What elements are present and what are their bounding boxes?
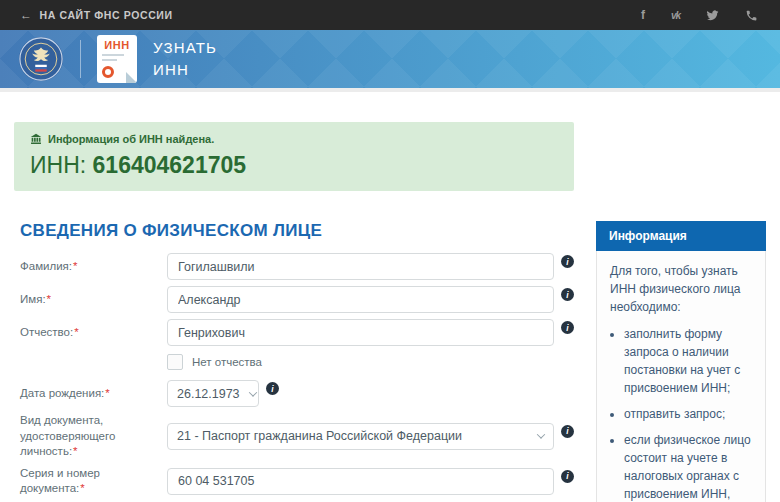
fns-emblem-logo[interactable] [18,36,64,82]
sidebar-intro: Для того, чтобы узнать ИНН физического л… [610,262,752,316]
sidebar-steps-list: заполнить форму запроса о наличии постан… [610,325,752,502]
birth-date-label: Дата рождения:* [20,386,167,402]
inn-badge-text: ИНН [102,39,132,51]
sidebar-title: Информация [596,221,766,251]
doc-number-input[interactable] [167,468,554,495]
list-item: отправить запрос; [624,405,752,423]
field-row-doc-number: Серия и номер документа:* i [20,466,574,497]
back-arrow-icon: ← [20,8,33,22]
service-title-line2: ИНН [153,61,189,78]
building-icon [30,133,42,145]
required-mark: * [73,260,77,272]
service-title: УЗНАТЬ ИНН [153,37,217,81]
field-row-surname: Фамилия:* i [20,253,574,280]
info-icon[interactable]: i [561,321,574,334]
social-links: f vk [641,8,760,22]
phone-icon[interactable] [745,9,758,22]
birth-date-value: 26.12.1973 [177,387,240,401]
required-mark: * [73,445,77,457]
header-divider [80,40,81,78]
info-icon[interactable]: i [561,470,574,483]
site-header: ИНН УЗНАТЬ ИНН [0,30,780,92]
back-to-fns-link[interactable]: ← НА САЙТ ФНС РОССИИ [20,8,173,22]
inn-result-line: ИНН: 616404621705 [30,152,558,179]
service-title-line1: УЗНАТЬ [153,39,217,56]
vk-icon[interactable]: vk [671,10,680,21]
birth-date-select[interactable]: 26.12.1973 [167,380,259,407]
result-alert: Информация об ИНН найдена. ИНН: 61640462… [14,122,574,191]
field-row-patronymic: Отчество:* i [20,319,574,346]
patronymic-label: Отчество:* [20,325,167,341]
chevron-down-icon [248,388,256,396]
field-row-doc-type: Вид документа,удостоверяющего личность:*… [20,413,574,460]
surname-label: Фамилия:* [20,259,167,275]
alert-status-line: Информация об ИНН найдена. [30,133,558,145]
sidebar-body: Для того, чтобы узнать ИНН физического л… [596,251,766,502]
info-icon[interactable]: i [561,288,574,301]
info-sidebar: Информация Для того, чтобы узнать ИНН фи… [596,221,766,502]
back-link-label: НА САЙТ ФНС РОССИИ [40,9,173,21]
name-label: Имя:* [20,292,167,308]
info-icon[interactable]: i [561,425,574,438]
required-mark: * [47,293,51,305]
doc-type-select[interactable]: 21 - Паспорт гражданина Российской Федер… [167,423,554,450]
uznat-inn-page: ← НА САЙТ ФНС РОССИИ f vk ИНН [0,0,780,502]
topbar: ← НА САЙТ ФНС РОССИИ f vk [0,0,780,30]
inn-value: 616404621705 [93,152,247,178]
name-input[interactable] [167,286,554,313]
facebook-icon[interactable]: f [641,8,645,22]
chevron-down-icon [537,431,545,439]
doc-number-label: Серия и номер документа:* [20,466,167,497]
doc-type-value: 21 - Паспорт гражданина Российской Федер… [177,429,462,443]
doc-type-label: Вид документа,удостоверяющего личность:* [20,413,167,460]
required-mark: * [105,387,109,399]
no-patronymic-label: Нет отчества [192,356,262,368]
surname-input[interactable] [167,253,554,280]
inn-label: ИНН: [30,152,86,178]
info-icon[interactable]: i [561,255,574,268]
alert-status-text: Информация об ИНН найдена. [48,133,214,145]
twitter-icon[interactable] [706,9,719,22]
required-mark: * [80,482,84,494]
person-details-form: СВЕДЕНИЯ О ФИЗИЧЕСКОМ ЛИЦЕ Фамилия:* i И… [14,221,574,502]
no-patronymic-checkbox[interactable] [167,354,183,370]
no-patronymic-row: Нет отчества [20,354,574,370]
required-mark: * [74,326,78,338]
list-item: заполнить форму запроса о наличии постан… [624,325,752,397]
folded-corner [126,72,137,83]
inn-document-icon[interactable]: ИНН [97,35,137,83]
field-row-name: Имя:* i [20,286,574,313]
field-row-birth-date: Дата рождения:* 26.12.1973 i [20,380,574,407]
stamp-circle-icon [102,66,114,78]
form-section-title: СВЕДЕНИЯ О ФИЗИЧЕСКОМ ЛИЦЕ [20,221,574,241]
info-icon[interactable]: i [266,382,279,395]
main-content: Информация об ИНН найдена. ИНН: 61640462… [0,92,780,502]
patronymic-input[interactable] [167,319,554,346]
list-item: если физическое лицо состоит на учете в … [624,431,752,502]
